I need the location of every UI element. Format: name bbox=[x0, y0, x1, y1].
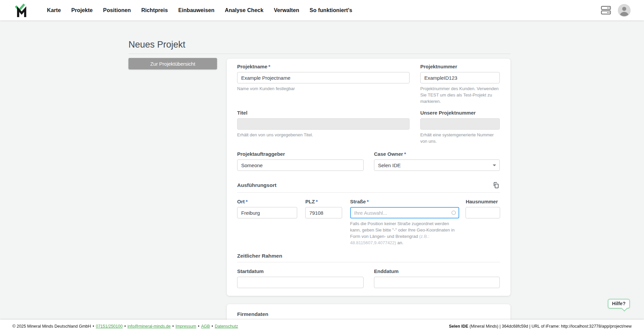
required-marker: * bbox=[404, 151, 406, 157]
unsere-projektnummer-helper: Erhält eine systemgenerierte Nummer von … bbox=[420, 132, 500, 144]
nav-item-verwalten[interactable]: Verwalten bbox=[274, 7, 299, 13]
projektauftraggeber-input[interactable] bbox=[237, 159, 364, 171]
required-marker: * bbox=[268, 64, 270, 69]
titel-helper: Erhält den von uns vorgegebenen Titel. bbox=[237, 132, 410, 138]
plz-input[interactable] bbox=[305, 207, 342, 218]
copy-icon[interactable] bbox=[492, 181, 500, 189]
nav-item-analyse-check[interactable]: Analyse Check bbox=[225, 7, 263, 13]
projektname-helper: Name vom Kunden festlegbar bbox=[237, 85, 410, 92]
section-title-firmendaten: Firmendaten bbox=[237, 311, 268, 317]
mineral-minds-logo[interactable] bbox=[15, 3, 30, 18]
projektname-label: Projektname* bbox=[237, 64, 410, 70]
strasse-helper: Falls die Position keiner Straße zugeord… bbox=[350, 220, 460, 246]
footer-link-email[interactable]: info@mineral-minds.de bbox=[127, 324, 171, 329]
nav-item-positionen[interactable]: Positionen bbox=[103, 7, 131, 13]
footer-bar: © 2025 Mineral Minds Deutschland GmbH • … bbox=[0, 320, 644, 333]
plz-label: PLZ* bbox=[305, 199, 342, 205]
user-avatar-icon[interactable] bbox=[618, 4, 631, 17]
footer-session-user: Selen IDE bbox=[449, 324, 468, 329]
projektnummer-helper: Projektnummer des Kunden. Verwenden Sie … bbox=[420, 85, 500, 105]
hausnummer-input[interactable] bbox=[466, 207, 500, 218]
required-marker: * bbox=[367, 199, 369, 204]
startdatum-label: Startdatum bbox=[237, 268, 364, 274]
enddatum-label: Enddatum bbox=[374, 268, 500, 274]
section-title-zeitlicher-rahmen: Zeitlicher Rahmen bbox=[237, 253, 282, 259]
server-icon[interactable] bbox=[601, 6, 611, 15]
page-title: Neues Projekt bbox=[128, 40, 511, 50]
back-to-project-overview-button[interactable]: Zur Projektübersicht bbox=[128, 58, 217, 69]
chevron-down-icon bbox=[493, 164, 496, 166]
logo-mark-icon bbox=[15, 3, 29, 18]
enddatum-input[interactable] bbox=[374, 277, 500, 288]
section-divider bbox=[237, 192, 500, 193]
projektauftraggeber-label: Projektauftraggeber bbox=[237, 151, 364, 157]
required-marker: * bbox=[316, 199, 318, 204]
titel-label: Titel bbox=[237, 110, 410, 116]
loading-spinner-icon bbox=[451, 210, 456, 215]
nav-item-so-funktionierts[interactable]: So funktioniert's bbox=[310, 7, 352, 13]
page-content: Neues Projekt Zur Projektübersicht Proje… bbox=[0, 20, 644, 333]
unsere-projektnummer-input bbox=[420, 118, 500, 130]
titel-input bbox=[237, 118, 410, 130]
ort-label: Ort* bbox=[237, 199, 297, 205]
project-form-card: Projektname* Name vom Kunden festlegbar … bbox=[227, 59, 511, 296]
hausnummer-label: Hausnummer bbox=[466, 199, 500, 205]
footer-link-impressum[interactable]: Impressum bbox=[175, 324, 196, 329]
nav-item-richtpreis[interactable]: Richtpreis bbox=[141, 7, 168, 13]
help-button[interactable]: Hilfe? bbox=[608, 299, 630, 309]
footer-link-agb[interactable]: AGB bbox=[201, 324, 210, 329]
nav-item-projekte[interactable]: Projekte bbox=[71, 7, 93, 13]
nav-item-karte[interactable]: Karte bbox=[47, 7, 61, 13]
footer-link-phone[interactable]: 07151/250100 bbox=[96, 324, 123, 329]
startdatum-input[interactable] bbox=[237, 277, 364, 288]
section-divider bbox=[237, 262, 500, 262]
projektnummer-input[interactable] bbox=[420, 72, 500, 83]
footer-copyright: © 2025 Mineral Minds Deutschland GmbH bbox=[12, 324, 91, 329]
required-marker: * bbox=[246, 199, 248, 204]
nav-item-einbauweisen[interactable]: Einbauweisen bbox=[178, 7, 214, 13]
case-owner-value: Selen IDE bbox=[378, 162, 401, 168]
footer-session-info: Selen IDE (Mineral Minds) | 364dc68fc59d… bbox=[449, 324, 632, 329]
case-owner-select[interactable]: Selen IDE bbox=[374, 159, 500, 171]
main-nav: Karte Projekte Positionen Richtpreis Ein… bbox=[47, 7, 352, 13]
footer-legal: © 2025 Mineral Minds Deutschland GmbH • … bbox=[12, 324, 238, 329]
case-owner-label: Case Owner* bbox=[374, 151, 500, 157]
strasse-label: Straße* bbox=[350, 199, 460, 205]
top-navigation-bar: Karte Projekte Positionen Richtpreis Ein… bbox=[0, 0, 644, 20]
projektnummer-label: Projektnummer bbox=[420, 64, 500, 70]
section-title-ausfuehrungsort: Ausführungsort bbox=[237, 182, 276, 188]
projektname-input[interactable] bbox=[237, 72, 410, 83]
strasse-input[interactable] bbox=[350, 207, 460, 218]
footer-link-datenschutz[interactable]: Datenschutz bbox=[215, 324, 238, 329]
ort-input[interactable] bbox=[237, 207, 297, 218]
unsere-projektnummer-label: Unsere Projektnummer bbox=[420, 110, 500, 116]
